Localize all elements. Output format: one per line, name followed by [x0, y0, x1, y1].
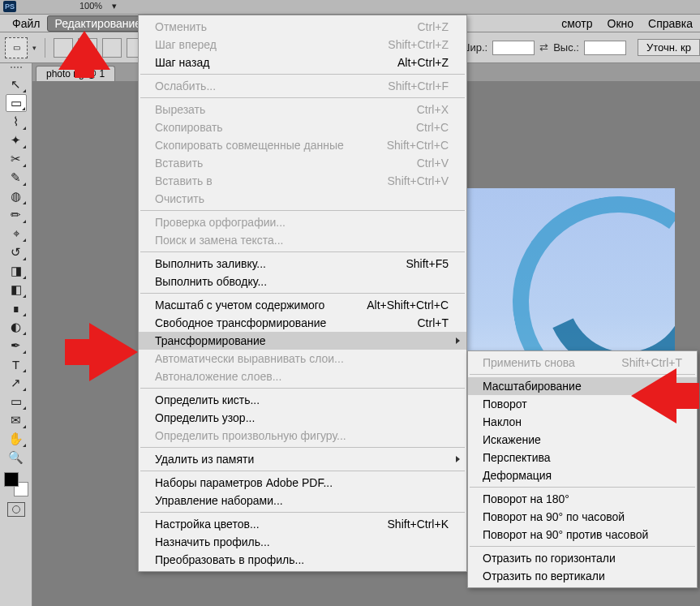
menu-item-auto-blend[interactable]: Автоналожение слоев...: [139, 367, 466, 385]
brush-tool[interactable]: ✏: [6, 206, 27, 224]
submenu-item-distort[interactable]: Искажение: [468, 431, 697, 449]
width-field[interactable]: [492, 41, 535, 55]
type-tool[interactable]: T: [6, 355, 27, 373]
marquee-tool-preset-icon[interactable]: ▭: [5, 37, 28, 58]
annotation-arrow-icon: [631, 368, 699, 423]
move-tool[interactable]: ↖: [6, 75, 27, 93]
submenu-item-rotate-180[interactable]: Поворот на 180°: [468, 490, 697, 508]
menu-help[interactable]: Справка: [641, 15, 700, 32]
menu-item-step-forward[interactable]: Шаг впередShift+Ctrl+Z: [139, 36, 466, 54]
crop-tool[interactable]: ✂: [6, 150, 27, 168]
chevron-down-icon[interactable]: ▾: [32, 44, 37, 52]
menu-item-paste-into[interactable]: Вставить вShift+Ctrl+V: [139, 172, 466, 190]
menu-item-undo[interactable]: ОтменитьCtrl+Z: [139, 18, 466, 36]
menu-item-adobe-pdf-presets[interactable]: Наборы параметров Adobe PDF...: [139, 474, 466, 492]
blur-tool[interactable]: ∎: [6, 299, 27, 317]
menu-item-stroke[interactable]: Выполнить обводку...: [139, 273, 466, 290]
menu-item-clear[interactable]: Очистить: [139, 190, 466, 208]
edit-menu-dropdown: ОтменитьCtrl+Z Шаг впередShift+Ctrl+Z Ша…: [138, 15, 467, 572]
magic-wand-tool[interactable]: ✦: [6, 131, 27, 149]
pen-tool[interactable]: ✒: [6, 337, 27, 355]
menu-file[interactable]: Файл: [5, 15, 47, 32]
submenu-item-rotate-90-ccw[interactable]: Поворот на 90° против часовой: [468, 526, 697, 544]
svg-marker-0: [58, 31, 110, 78]
title-bar: PS 100% ▾: [0, 0, 700, 15]
menu-item-check-spelling[interactable]: Проверка орфографии...: [139, 213, 466, 231]
clone-stamp-tool[interactable]: ⌖: [6, 225, 27, 243]
history-brush-tool[interactable]: ↺: [6, 243, 27, 261]
menu-item-color-settings[interactable]: Настройка цветов...Shift+Ctrl+K: [139, 515, 466, 533]
height-field[interactable]: [584, 41, 626, 55]
eyedropper-tool[interactable]: ✎: [6, 169, 27, 187]
menu-item-fade[interactable]: Ослабить...Shift+Ctrl+F: [139, 77, 466, 95]
menu-item-define-pattern[interactable]: Определить узор...: [139, 409, 466, 427]
menu-item-free-transform[interactable]: Свободное трансформированиеCtrl+T: [139, 314, 466, 332]
menu-item-purge[interactable]: Удалить из памяти: [139, 450, 466, 468]
menu-item-fill[interactable]: Выполнить заливку...Shift+F5: [139, 255, 466, 273]
marquee-tool[interactable]: ▭: [6, 94, 27, 112]
gradient-tool[interactable]: ◧: [6, 281, 27, 299]
submenu-item-perspective[interactable]: Перспектива: [468, 449, 697, 466]
notes-tool[interactable]: ✉: [6, 411, 27, 429]
menu-item-content-aware-scale[interactable]: Масштаб с учетом содержимогоAlt+Shift+Ct…: [139, 296, 466, 314]
menu-item-transform[interactable]: Трансформирование: [139, 332, 466, 350]
zoom-tool[interactable]: 🔍: [6, 449, 27, 466]
menu-item-assign-profile[interactable]: Назначить профиль...: [139, 533, 466, 551]
link-icon[interactable]: ⇄: [539, 41, 548, 54]
menu-item-auto-align[interactable]: Автоматически выравнивать слои...: [139, 350, 466, 367]
menu-item-cut[interactable]: ВырезатьCtrl+X: [139, 101, 466, 118]
menu-item-copy-merged[interactable]: Скопировать совмещенные данныеShift+Ctrl…: [139, 136, 466, 154]
color-swatches[interactable]: [4, 472, 28, 496]
menu-window[interactable]: Окно: [600, 15, 642, 32]
zoom-dropdown-icon[interactable]: ▾: [112, 1, 117, 11]
menu-item-preset-manager[interactable]: Управление наборами...: [139, 492, 466, 509]
menu-item-step-backward[interactable]: Шаг назадAlt+Ctrl+Z: [139, 54, 466, 71]
annotation-arrow-icon: [65, 323, 138, 381]
healing-brush-tool[interactable]: ◍: [6, 187, 27, 205]
submenu-item-flip-horizontal[interactable]: Отразить по горизонтали: [468, 549, 697, 567]
submenu-item-warp[interactable]: Деформация: [468, 466, 697, 484]
menu-item-find-replace[interactable]: Поиск и замена текста...: [139, 231, 466, 249]
lasso-tool[interactable]: ⌇: [6, 113, 27, 131]
eraser-tool[interactable]: ◨: [6, 262, 27, 280]
submenu-arrow-icon: [456, 337, 460, 344]
tools-panel: ↖ ▭ ⌇ ✦ ✂ ✎ ◍ ✏ ⌖ ↺ ◨ ◧ ∎ ◐ ✒ T ↗ ▭ ✉ ✋ …: [0, 63, 32, 606]
menu-item-copy[interactable]: СкопироватьCtrl+C: [139, 118, 466, 136]
annotation-arrow-icon: [58, 31, 110, 78]
menu-item-define-brush[interactable]: Определить кисть...: [139, 391, 466, 409]
dodge-tool[interactable]: ◐: [6, 318, 27, 336]
height-label: Выс.:: [553, 41, 579, 54]
path-selection-tool[interactable]: ↗: [6, 374, 27, 392]
menu-item-paste[interactable]: ВставитьCtrl+V: [139, 154, 466, 172]
svg-marker-1: [65, 323, 138, 381]
submenu-item-rotate-90-cw[interactable]: Поворот на 90° по часовой: [468, 508, 697, 526]
panel-grip-icon[interactable]: [4, 67, 28, 73]
hand-tool[interactable]: ✋: [6, 430, 27, 448]
refine-edge-button[interactable]: Уточн. кр: [638, 39, 700, 56]
zoom-level: 100%: [79, 1, 102, 11]
menu-item-convert-profile[interactable]: Преобразовать в профиль...: [139, 551, 466, 569]
svg-marker-2: [631, 368, 699, 423]
submenu-item-flip-vertical[interactable]: Отразить по вертикали: [468, 567, 697, 585]
foreground-color-swatch[interactable]: [4, 472, 19, 487]
rectangle-tool[interactable]: ▭: [6, 393, 27, 410]
submenu-arrow-icon: [456, 456, 460, 462]
menu-item-define-shape[interactable]: Определить произвольную фигуру...: [139, 427, 466, 445]
app-logo-icon: PS: [3, 1, 16, 12]
menu-view[interactable]: смотр: [554, 15, 599, 32]
menu-edit[interactable]: Редактирование: [47, 15, 148, 32]
quick-mask-toggle[interactable]: [7, 502, 25, 517]
